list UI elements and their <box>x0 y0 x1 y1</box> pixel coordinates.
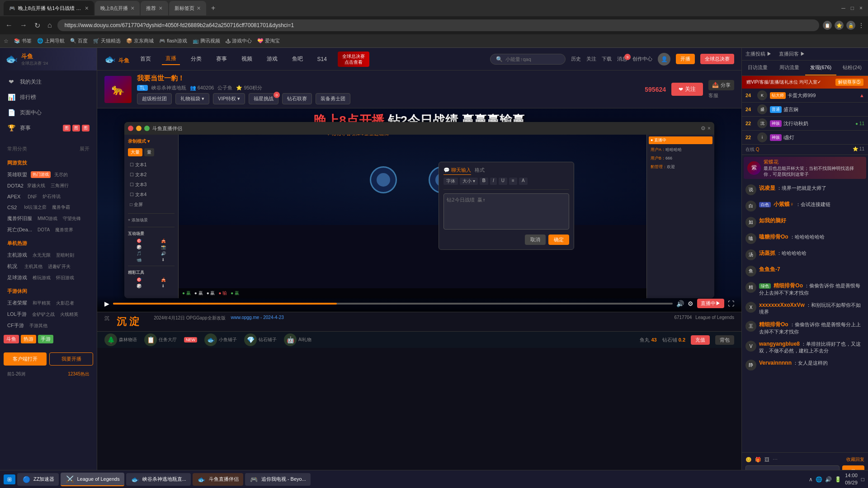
url-input[interactable] <box>57 19 819 31</box>
rs-tab-daily[interactable]: 日访流量 <box>742 61 774 75</box>
history-icon[interactable]: 历史 <box>571 56 581 62</box>
tool-icon-6[interactable]: 🔊 <box>152 251 175 256</box>
back-btn[interactable]: ← <box>4 19 14 31</box>
search-box[interactable]: 🔍 <box>490 54 566 65</box>
bookmark-nav[interactable]: 🌐 上网导航 <box>37 38 65 44</box>
live-replay-btn[interactable]: 直播回客 ▶ <box>779 51 805 57</box>
tray-network[interactable]: 🌐 <box>816 476 822 483</box>
small-fish-store[interactable]: 🐟 小鱼铺子 <box>204 333 237 346</box>
start-broadcast-btn[interactable]: 开播 <box>676 54 695 64</box>
tray-arrow[interactable]: ∧ <box>809 476 813 483</box>
image-icon[interactable]: 🖼 <box>764 457 769 462</box>
equipment-btn[interactable]: 装备勇士团 <box>316 93 350 104</box>
backpack-btn[interactable]: 背包 <box>715 335 734 345</box>
badge-hot[interactable]: 热游 <box>21 335 36 343</box>
extra-tool-4[interactable]: ⬇ <box>152 284 175 288</box>
tray-volume[interactable]: 🔊 <box>825 476 832 483</box>
start-btn[interactable]: ⊞ <box>4 474 15 484</box>
progress-bar[interactable] <box>113 303 673 305</box>
maximize-btn[interactable]: □ <box>849 3 856 13</box>
host-post-btn[interactable]: 主播投稿 ▶ <box>745 51 772 57</box>
task-hall[interactable]: 📋 任务大厅 <box>144 333 177 346</box>
unlock-btn[interactable]: 解锁尊享⑤ <box>835 79 863 86</box>
sidebar-game-wzry[interactable]: 王者荣耀 和平精英 火影忍者 <box>0 297 97 309</box>
nav-fishbar[interactable]: 鱼吧 <box>288 53 307 65</box>
badge-new[interactable]: 手游 <box>38 335 53 343</box>
extra-tool-3[interactable]: 🎲 <box>128 284 151 288</box>
tray-battery[interactable]: 🔋 <box>835 476 841 483</box>
ext-icon-2[interactable]: ⭐ <box>835 21 844 30</box>
popup-tab-chat[interactable]: 💬 聊天输入 <box>443 167 471 175</box>
toolbar-bold[interactable]: B <box>480 178 488 185</box>
sidebar-game-console[interactable]: 主机游戏 永无无限 至暗时刻 <box>0 249 97 261</box>
ext-icon-3[interactable]: 🔒 <box>846 21 855 30</box>
gift-icon[interactable]: 🎁 <box>755 457 761 462</box>
sidebar-item-page[interactable]: 📄 页面中心 <box>0 105 97 120</box>
diamond-league-btn[interactable]: 钻石联赛 <box>282 93 312 104</box>
popup-cancel-btn[interactable]: 取消 <box>525 235 546 245</box>
taskbar-item-douyu[interactable]: 🐟 斗鱼直播伴侣 <box>193 473 243 486</box>
sidebar-game-lol-mobile[interactable]: LOL手游 金铲铲之战 火线精英 <box>0 309 97 320</box>
nav-events[interactable]: 赛事 <box>212 53 231 65</box>
share-btn[interactable]: 📤 分享 <box>708 80 734 90</box>
tab-2-close[interactable]: × <box>159 5 162 12</box>
sidebar-game-mech[interactable]: 机况 主机其他 进趣矿开夫 <box>0 261 97 272</box>
vip-btn[interactable]: VIP特权 ▾ <box>213 93 245 104</box>
taskbar-item-lol[interactable]: ⚔️ League of Legends <box>61 473 124 486</box>
more-btn[interactable]: ⋮ <box>858 22 864 29</box>
tab-2[interactable]: 推荐 × <box>141 1 168 15</box>
sidebar-game-mmorpg[interactable]: 魔兽怀旧服 MMO游戏 守望先锋 <box>0 213 97 224</box>
bookmark-jd[interactable]: 📦 京东商城 <box>126 38 154 44</box>
nav-home[interactable]: 首页 <box>137 53 155 65</box>
tool-icon-4[interactable]: 📸 <box>152 245 175 249</box>
extra-tool-1[interactable]: 🎯 <box>128 277 151 282</box>
reload-btn[interactable]: ↻ <box>33 19 42 32</box>
mode-big-btn[interactable]: 大量 <box>128 148 142 156</box>
bookmark-flash[interactable]: 🎮 flash游戏 <box>159 38 187 44</box>
bookmark-aitaobao[interactable]: 💝 爱淘宝 <box>257 38 280 44</box>
bookmark-manage-icon[interactable]: ☆ <box>4 38 9 44</box>
tab-close-btn[interactable]: × <box>85 5 89 12</box>
tab-3-close[interactable]: × <box>197 5 201 12</box>
sidebar-game-qiqiu[interactable]: CF手游 手游其他 <box>0 320 97 331</box>
toolbar-size[interactable]: 大小 ▾ <box>460 178 478 185</box>
chat-settings-btn[interactable]: 收藏回复 <box>846 456 864 463</box>
sidebar-game-deathmatch[interactable]: 死亡(Dea... DOTA 魔兽世界 <box>0 224 97 235</box>
nav-s14[interactable]: S14 <box>314 54 330 64</box>
sidebar-game-cs2[interactable]: CS2 lol云顶之弈 魔兽争霸 <box>0 202 97 213</box>
start-stream-btn[interactable]: 我要开播 <box>49 352 93 366</box>
toolbar-underline[interactable]: U <box>499 178 507 185</box>
float-min-btn[interactable] <box>136 126 142 131</box>
rs-tab-diamond-fans[interactable]: 钻粉(24) <box>836 61 868 75</box>
inner-scene-3[interactable]: ☐ 文本3 <box>128 180 175 190</box>
inner-scene-2[interactable]: ☐ 文本2 <box>128 170 175 180</box>
sidebar-item-event[interactable]: 🏆 赛事 图 图 图 <box>0 120 97 136</box>
sidebar-game-lol[interactable]: 英雄联盟 热门游戏 无尽的 <box>0 169 97 180</box>
nav-category[interactable]: 分类 <box>187 53 205 65</box>
volume-btn[interactable]: 🔊 <box>676 300 684 307</box>
tab-active[interactable]: 🎮 晚上8点开播 钻1今日战绩 赢赢赢输赢 × <box>4 1 94 15</box>
sidebar-item-ranking[interactable]: 📊 排行榜 <box>0 89 97 105</box>
recharge-btn[interactable]: 充值 <box>691 335 710 345</box>
rs-tab-weekly[interactable]: 周访流量 <box>774 61 805 75</box>
float-settings-icon[interactable]: ⚙ <box>701 125 706 131</box>
rs-tab-discover[interactable]: 发现(676) <box>805 61 837 75</box>
home-btn[interactable]: ⌂ <box>46 19 54 31</box>
tool-icon-2[interactable]: 🎪 <box>152 239 175 243</box>
tab-1[interactable]: 晚上8点开播 × <box>95 1 140 15</box>
notification-icon[interactable]: □ <box>861 476 864 483</box>
open-studio-btn[interactable]: 客户端打开 <box>4 352 47 366</box>
sidebar-item-follow[interactable]: ❤ 我的关注 <box>0 74 97 89</box>
tab-1-close[interactable]: × <box>131 5 134 12</box>
nav-video[interactable]: 视频 <box>238 53 256 65</box>
follow-btn[interactable]: ❤ 关注 <box>671 83 703 96</box>
more-chat-icon[interactable]: ⋯ <box>773 457 778 462</box>
close-btn[interactable]: × <box>858 3 864 13</box>
guest-service-label[interactable]: 客服 <box>708 92 718 99</box>
emoji-icon[interactable]: 😊 <box>745 457 752 462</box>
tournament-top-btn[interactable]: 全球总决赛 <box>700 54 734 64</box>
sidebar-game-soccer[interactable]: 足球游戏 椎玩游戏 怀旧游戏 <box>0 272 97 283</box>
mode-small-btn[interactable]: 量 <box>144 148 154 156</box>
popup-tab-format[interactable]: 格式 <box>475 167 485 175</box>
forward-btn[interactable]: → <box>18 19 29 31</box>
